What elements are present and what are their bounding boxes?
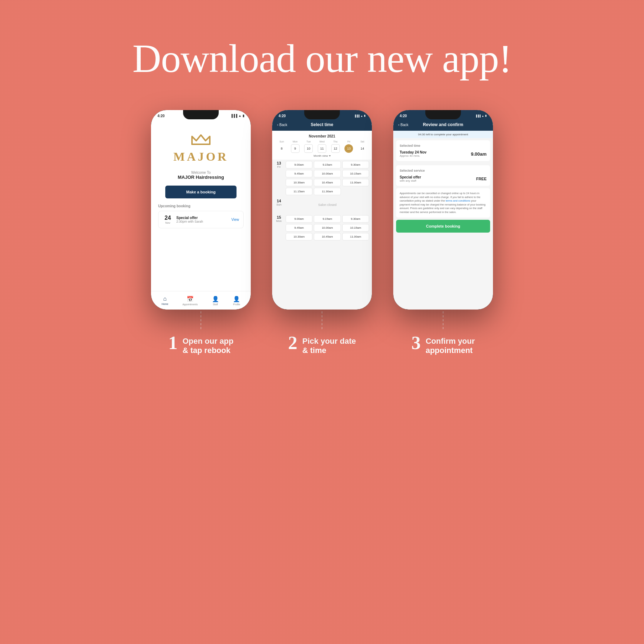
time-slot[interactable]: 9.45am — [286, 170, 312, 177]
timer-banner: 04:30 left to complete your appointment — [393, 131, 493, 138]
month-view-btn[interactable]: Month view ▾ — [275, 154, 369, 157]
nav-staff[interactable]: 👤 Staff — [212, 296, 219, 306]
step1-num: 1 — [168, 334, 178, 352]
time-slot[interactable]: 9.00am — [286, 215, 312, 223]
battery-icon: ▮ — [243, 114, 244, 118]
cal-day-10[interactable]: 10 — [304, 144, 313, 153]
profile-icon: 👤 — [233, 296, 240, 302]
complete-booking-btn[interactable]: Complete booking — [396, 220, 490, 233]
staff-icon: 👤 — [212, 296, 219, 302]
day13-num: 13 — [277, 161, 281, 165]
time-slot[interactable]: 10.15am — [342, 170, 369, 177]
header-title3: Review and confirm — [423, 122, 463, 127]
wifi-icon: ▲ — [238, 114, 242, 118]
time-slot[interactable]: 10.00am — [314, 170, 341, 177]
welcome-to: Welcome To — [178, 171, 224, 175]
nav-appointments[interactable]: 📅 Appointments — [182, 296, 198, 306]
time-slot[interactable]: 9.45am — [286, 224, 312, 232]
day-section-14: 14 Sun Salon closed — [275, 199, 369, 213]
time-slot[interactable]: 10.30am — [286, 233, 312, 240]
booking-detail: 2:30pm with Sarah — [176, 220, 228, 223]
time-slot[interactable]: 9.30am — [342, 161, 369, 168]
day14-num: 14 — [277, 199, 281, 203]
month-view-label: Month view — [313, 154, 328, 157]
cal-day-14[interactable]: 14 — [358, 144, 367, 153]
cal-day-9[interactable]: 9 — [291, 144, 300, 153]
battery-icon3: ▮ — [485, 114, 487, 117]
time-row-13-1: 9.00am 9.15am 9.30am — [286, 161, 369, 168]
app-header3: ‹ Back Review and confirm — [393, 120, 493, 131]
time-slot[interactable]: 11.30am — [314, 188, 341, 195]
upcoming-section: Upcoming booking 24 Nov Special offer 2:… — [151, 204, 251, 228]
time-slot[interactable]: 11.15am — [286, 188, 312, 195]
time-row-15-1: 9.00am 9.15am 9.30am — [286, 215, 369, 223]
back-btn2[interactable]: ‹ Back — [277, 123, 287, 127]
step2-label: 2 Pick your date & time — [285, 334, 359, 355]
chevron-down-icon: ▾ — [329, 154, 331, 157]
back-btn3[interactable]: ‹ Back — [398, 123, 409, 127]
time-row-13-4: 11.15am 11.30am — [286, 188, 369, 195]
nav-profile[interactable]: 👤 Profile — [233, 296, 240, 306]
terms-link[interactable]: terms and conditions — [446, 199, 470, 202]
back-label3: Back — [400, 123, 408, 127]
phone1-wrapper: 4:20 ▐▐▐ ▲ ▮ MAJOR — [151, 110, 251, 355]
cal-day-8[interactable]: 8 — [277, 144, 286, 153]
cal-day-12[interactable]: 12 — [331, 144, 340, 153]
time-slot[interactable]: 9.15am — [314, 161, 341, 168]
logo-crown-icon — [188, 131, 213, 149]
step1-label: 1 Open our app & tap rebook — [165, 334, 237, 355]
time-slots-scroll: 13 Fri 9.00am 9.15am 9.30am 9.4 — [272, 161, 372, 310]
time-slot[interactable]: 9.15am — [314, 215, 341, 223]
time-slot[interactable]: 11.00am — [342, 233, 369, 240]
time-row-13-2: 9.45am 10.00am 10.15am — [286, 170, 369, 177]
booking-info: Special offer 2:30pm with Sarah — [176, 216, 228, 223]
booking-month: Nov — [165, 221, 170, 224]
status-time1: 4:20 — [157, 114, 165, 118]
review-content: ‹ Back Review and confirm 04:30 left to … — [393, 120, 493, 310]
step2-text: Pick your date & time — [302, 334, 356, 355]
time-card-time: 9.00am — [471, 151, 487, 157]
day13-name: Fri — [277, 165, 280, 168]
time-slot[interactable]: 11.00am — [342, 179, 369, 186]
time-slot[interactable]: 9.30am — [342, 215, 369, 223]
phone2: 4:20 ▐▐▐ ▲ ▮ ‹ Back Select time — [272, 110, 372, 310]
calendar-icon: 📅 — [187, 296, 194, 302]
cal-day-13-selected[interactable]: 13 — [344, 144, 353, 153]
time-slot[interactable]: 9.00am — [286, 161, 312, 168]
day-label-15: 15 Mon — [275, 215, 283, 223]
phone1-content: MAJOR Welcome To MAJOR Hairdressing Make… — [151, 120, 251, 310]
time-slot[interactable]: 10.15am — [342, 224, 369, 232]
welcome-section: Welcome To MAJOR Hairdressing — [169, 171, 233, 180]
phone3-screen: 4:20 ▐▐▐ ▲ ▮ ‹ Back Review and conf — [393, 110, 493, 310]
signal-icon2: ▐▐▐ — [354, 115, 359, 117]
logo-area: MAJOR — [173, 131, 229, 163]
booking-date: 24 Nov — [163, 215, 173, 224]
cal-day-11[interactable]: 11 — [318, 144, 326, 153]
status-time2: 4:20 — [279, 114, 286, 118]
make-booking-btn[interactable]: Make a booking — [165, 186, 237, 198]
dashed-line3 — [443, 311, 443, 329]
time-slot[interactable]: 10.45am — [314, 233, 341, 240]
time-slot[interactable]: 10.45am — [314, 179, 341, 186]
selected-service-title: Selected service — [400, 169, 487, 172]
step2-connector — [322, 310, 322, 331]
nav-home[interactable]: ⌂ Home — [162, 296, 168, 305]
day-label-14: 14 Sun — [275, 199, 283, 206]
time-slot[interactable]: 10.00am — [314, 224, 341, 232]
phone2-content: ‹ Back Select time November 2021 Sun Mon… — [272, 120, 372, 310]
step1-connector — [201, 310, 201, 331]
wifi-icon3: ▲ — [482, 115, 484, 117]
time-slot[interactable]: 10.30am — [286, 179, 312, 186]
app-header2: ‹ Back Select time — [272, 120, 372, 131]
cal-days-row: 8 9 10 11 12 13 14 — [275, 144, 369, 153]
day-section-15: 15 Mon 9.00am 9.15am 9.30am 9.4 — [275, 215, 369, 242]
service-card: Special offer with any staff FREE — [400, 175, 487, 182]
home-icon: ⌂ — [163, 296, 167, 302]
phones-row: 4:20 ▐▐▐ ▲ ▮ MAJOR — [151, 110, 493, 355]
cal-days-header: Sun Mon Tue Wed Thu Fri Sat — [275, 140, 369, 143]
selected-time-section: Selected time Tuesday 24 Nov Approx 40 m… — [396, 140, 490, 161]
notch3 — [425, 110, 461, 119]
booking-view-link[interactable]: View — [232, 218, 239, 222]
signal-icon: ▐▐▐ — [230, 114, 237, 118]
selected-time-card: Tuesday 24 Nov Approx 40 mins. 9.00am — [400, 150, 487, 157]
